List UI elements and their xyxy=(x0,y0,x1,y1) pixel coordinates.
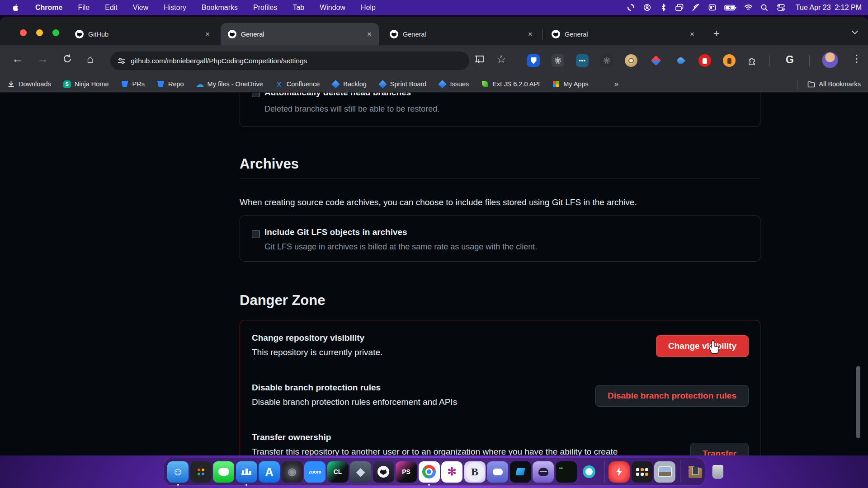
install-app-icon[interactable] xyxy=(474,54,485,67)
tab-close-icon[interactable]: × xyxy=(690,30,694,39)
dock-chrome-icon[interactable] xyxy=(419,461,440,483)
bookmark-issues[interactable]: Issues xyxy=(439,80,469,88)
dock-ring-app-icon[interactable] xyxy=(578,461,599,483)
menu-profiles[interactable]: Profiles xyxy=(253,4,277,12)
disable-branch-protection-button[interactable]: Disable branch protection rules xyxy=(595,385,749,407)
bookmarks-overflow-chevron[interactable]: » xyxy=(614,80,618,89)
bookmark-backlog[interactable]: Backlog xyxy=(332,80,367,88)
spark-icon[interactable] xyxy=(650,54,662,67)
bookmark-my-apps[interactable]: My Apps xyxy=(552,80,589,88)
bitwarden-icon[interactable] xyxy=(527,54,540,67)
site-settings-icon[interactable] xyxy=(118,57,125,65)
url-text[interactable]: github.com/mbniebergall/PhpCodingCompeti… xyxy=(131,57,307,65)
dock-launchpad-icon[interactable] xyxy=(190,461,212,483)
clipped-checkbox[interactable] xyxy=(252,93,260,97)
home-button[interactable]: ⌂ xyxy=(87,52,94,66)
minimize-window-button[interactable] xyxy=(36,29,43,36)
tab-close-icon[interactable]: × xyxy=(528,30,533,39)
mic-muted-icon[interactable] xyxy=(692,3,700,12)
adblock-hand-icon[interactable] xyxy=(698,54,711,67)
dock-garageband-icon[interactable]: ◉ xyxy=(282,461,303,483)
dock-keynote-icon[interactable] xyxy=(236,461,257,483)
dock-red-shield-app-icon[interactable] xyxy=(609,461,630,483)
page-scrollbar-thumb[interactable] xyxy=(856,366,860,438)
dock-keypad-app-icon[interactable] xyxy=(632,461,653,483)
widgets-icon[interactable] xyxy=(708,3,717,12)
sync-icon[interactable] xyxy=(627,3,635,12)
spotlight-icon[interactable] xyxy=(760,3,769,12)
menu-view[interactable]: View xyxy=(133,4,148,12)
gear-dim-icon[interactable] xyxy=(600,54,613,67)
dock-terminal-icon[interactable]: •• xyxy=(556,461,577,483)
dock-dark-teal-app-icon[interactable] xyxy=(510,461,531,483)
dock-discord-icon[interactable] xyxy=(487,461,508,483)
bluetooth-icon[interactable] xyxy=(659,3,668,12)
wifi-icon[interactable] xyxy=(744,3,753,12)
menu-chrome[interactable]: Chrome xyxy=(35,4,62,12)
menu-history[interactable]: History xyxy=(164,4,186,12)
dock-trash-icon[interactable] xyxy=(708,461,729,483)
tab-close-icon[interactable]: × xyxy=(367,30,372,39)
menu-window[interactable]: Window xyxy=(320,4,345,12)
dock-messages-icon[interactable] xyxy=(213,461,234,483)
gear-icon[interactable] xyxy=(552,54,564,67)
bookmark-confluence[interactable]: X Confluence xyxy=(275,80,320,88)
dock-clion-icon[interactable]: CL xyxy=(327,461,349,483)
gold-circle-icon[interactable] xyxy=(625,54,637,67)
privacy-shield-icon[interactable] xyxy=(643,3,651,12)
menu-bookmarks[interactable]: Bookmarks xyxy=(202,4,238,12)
reload-button[interactable] xyxy=(62,53,72,66)
dock-app-store-icon[interactable]: A xyxy=(259,461,280,483)
dock-phpstorm-icon[interactable]: PS xyxy=(396,461,417,483)
address-bar[interactable]: github.com/mbniebergall/PhpCodingCompeti… xyxy=(110,52,469,70)
all-bookmarks-button[interactable]: All Bookmarks xyxy=(807,80,861,88)
control-center-icon[interactable] xyxy=(777,3,785,12)
blue-pen-icon[interactable] xyxy=(674,54,687,67)
bookmark-ninja-home[interactable]: S Ninja Home xyxy=(63,80,109,88)
back-button[interactable]: ← xyxy=(12,52,23,66)
git-lfs-checkbox[interactable] xyxy=(252,230,260,238)
apple-logo-icon[interactable] xyxy=(12,4,20,12)
dock-window-preview-icon[interactable] xyxy=(654,461,675,483)
bookmark-repo[interactable]: Repo xyxy=(157,80,184,88)
close-window-button[interactable] xyxy=(20,29,27,36)
dock-slack-icon[interactable]: ✻ xyxy=(441,461,462,483)
tab-general-active[interactable]: General × xyxy=(221,23,379,45)
dock-downloads-folder-icon[interactable] xyxy=(684,461,706,483)
menu-edit[interactable]: Edit xyxy=(105,4,118,12)
menu-tab[interactable]: Tab xyxy=(292,4,304,12)
transfer-button[interactable]: Transfer xyxy=(690,443,749,455)
bookmark-prs[interactable]: PRs xyxy=(121,80,145,88)
orange-circle-icon[interactable] xyxy=(723,54,736,67)
tab-general-3[interactable]: General × xyxy=(544,23,702,45)
chrome-menu-icon[interactable]: ⋮ xyxy=(852,53,862,65)
google-profile-logo[interactable]: G xyxy=(786,54,794,66)
git-lfs-checkbox-label[interactable]: Include Git LFS objects in archives xyxy=(264,227,407,237)
dock-vmware-fusion-icon[interactable]: ◆ xyxy=(350,461,371,483)
dock-finder-icon[interactable]: ☺ xyxy=(167,461,189,483)
zoom-window-button[interactable] xyxy=(52,29,59,36)
profile-avatar[interactable] xyxy=(822,52,838,68)
dock-b-letter-app-icon[interactable]: B xyxy=(464,461,486,483)
forward-button[interactable]: → xyxy=(37,52,48,66)
bookmark-extjs-api[interactable]: Ext JS 6.2.0 API xyxy=(481,80,540,88)
tab-close-icon[interactable]: × xyxy=(205,30,210,39)
puzzle-extensions-icon[interactable] xyxy=(746,54,759,67)
dock-zoom-icon[interactable]: zoom xyxy=(304,461,326,483)
bookmark-downloads[interactable]: Downloads xyxy=(7,80,51,88)
bookmark-sprint-board[interactable]: Sprint Board xyxy=(379,80,427,88)
dock-helmet-app-icon[interactable] xyxy=(533,461,554,483)
menu-help[interactable]: Help xyxy=(361,4,376,12)
display-mirror-icon[interactable] xyxy=(675,3,684,12)
dock-github-desktop-icon[interactable] xyxy=(373,461,394,483)
change-visibility-button[interactable]: Change visibility xyxy=(656,335,749,357)
tab-search-chevron-icon[interactable] xyxy=(852,28,858,34)
new-tab-button[interactable]: + xyxy=(713,27,720,40)
menu-bar-clock[interactable]: Tue Apr 23 2:12 PM xyxy=(796,4,862,12)
tab-github[interactable]: GitHub × xyxy=(68,23,217,45)
menu-file[interactable]: File xyxy=(78,4,90,12)
battery-charging-icon[interactable] xyxy=(724,3,736,12)
bookmark-star-icon[interactable]: ☆ xyxy=(496,53,506,66)
dots-extension-icon[interactable]: ••• xyxy=(576,54,589,67)
tab-general-2[interactable]: General × xyxy=(382,23,540,45)
